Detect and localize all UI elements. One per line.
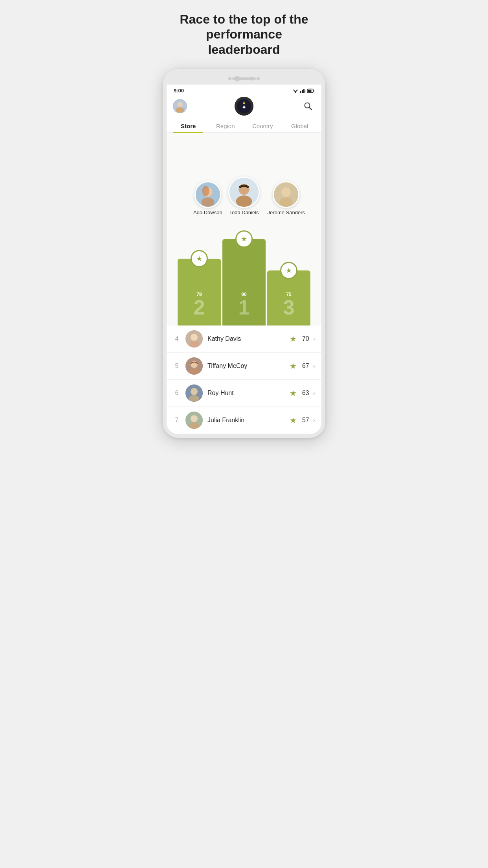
- name-roy: Roy Hunt: [207, 390, 285, 397]
- page-headline: Race to the top of the performance leade…: [163, 8, 325, 61]
- bar-rank1: ★ 90 1: [222, 239, 266, 326]
- star-icon-rank1: ★: [241, 235, 247, 243]
- svg-text:✦: ✦: [242, 104, 246, 110]
- svg-line-16: [309, 107, 312, 110]
- star-icon-rank2: ★: [196, 255, 202, 262]
- rank-num-3: 3: [283, 297, 295, 318]
- score-area-tiffany: ★ 67 ›: [290, 361, 315, 371]
- score-area-kathy: ★ 70 ›: [290, 334, 315, 344]
- chevron-julia: ›: [313, 417, 315, 424]
- avatar-roy: [185, 384, 203, 402]
- svg-point-1: [295, 92, 296, 93]
- wifi-icon: [292, 88, 299, 93]
- hw-dot-1: [228, 77, 231, 80]
- list-item-4[interactable]: 4 Kathy Davis ★ 70 ›: [167, 326, 321, 353]
- svg-point-26: [280, 197, 293, 207]
- app-header: ✦: [167, 95, 321, 119]
- name-tiffany: Tiffany McCoy: [207, 362, 285, 370]
- leaderboard-list: 4 Kathy Davis ★ 70 ›: [167, 326, 321, 434]
- list-item-5[interactable]: 5 Tiffany McCoy ★ 67 ›: [167, 353, 321, 380]
- avatar-julia: [185, 412, 203, 429]
- svg-rect-8: [314, 90, 315, 92]
- chevron-roy: ›: [313, 390, 315, 397]
- search-button[interactable]: [301, 99, 315, 113]
- phone-screen: 9:00: [167, 85, 321, 434]
- podium-bars: ★ 79 2 ★ 90 1: [167, 215, 321, 326]
- bar-rank2: ★ 79 2: [177, 259, 222, 326]
- status-bar: 9:00: [167, 85, 321, 95]
- star-tiffany: ★: [290, 361, 297, 371]
- star-icon-rank3: ★: [286, 267, 292, 274]
- rank-4: 4: [173, 335, 181, 342]
- avatar-tiffany: [185, 357, 203, 375]
- star-kathy: ★: [290, 334, 297, 344]
- clock: 9:00: [174, 88, 184, 94]
- star-julia: ★: [290, 416, 297, 425]
- svg-rect-5: [305, 90, 306, 93]
- svg-point-28: [191, 334, 198, 341]
- chevron-tiffany: ›: [313, 362, 315, 370]
- tabs-bar: Store Region Country Global: [167, 119, 321, 133]
- score-tiffany: 67: [299, 362, 309, 370]
- rank-num-2: 2: [194, 297, 205, 318]
- svg-rect-3: [302, 90, 303, 93]
- app-logo: ✦: [235, 97, 253, 116]
- star-roy: ★: [290, 388, 297, 398]
- svg-point-23: [236, 195, 252, 207]
- avatar-ada: [194, 181, 221, 208]
- battery-icon: [307, 88, 314, 93]
- name-jerome: Jerome Sanders: [268, 210, 305, 215]
- svg-point-25: [281, 188, 291, 197]
- podium-section: Ada Dawson To: [167, 133, 321, 326]
- score-julia: 57: [299, 417, 309, 424]
- svg-point-20: [202, 186, 209, 196]
- score-badge-rank1: ★: [235, 230, 253, 248]
- svg-rect-2: [300, 91, 301, 93]
- score-badge-rank2: ★: [191, 250, 208, 267]
- svg-point-11: [176, 107, 184, 113]
- phone-frame: 9:00: [163, 69, 325, 438]
- list-item-6[interactable]: 6 Roy Hunt ★ 63 ›: [167, 380, 321, 407]
- score-kathy: 70: [299, 335, 309, 342]
- tab-region[interactable]: Region: [207, 119, 244, 132]
- avatar-todd: [228, 177, 260, 208]
- svg-point-34: [191, 388, 198, 395]
- name-kathy: Kathy Davis: [207, 335, 285, 342]
- svg-point-19: [201, 197, 214, 207]
- phone-hardware: [167, 73, 321, 85]
- avatar-jerome: [273, 181, 299, 208]
- score-area-roy: ★ 63 ›: [290, 388, 315, 398]
- rank-num-1: 1: [238, 297, 250, 318]
- signal-icon: [300, 88, 306, 93]
- tab-country[interactable]: Country: [244, 119, 281, 132]
- podium-player-rank2: Ada Dawson: [193, 181, 222, 215]
- status-icons: [292, 88, 314, 93]
- name-ada: Ada Dawson: [193, 210, 222, 215]
- hw-dot-4: [257, 77, 260, 80]
- score-area-julia: ★ 57 ›: [290, 416, 315, 425]
- tab-global[interactable]: Global: [281, 119, 319, 132]
- bar-rank3: ★ 75 3: [266, 270, 311, 326]
- name-julia: Julia Franklin: [207, 417, 285, 424]
- search-icon: [304, 102, 312, 110]
- svg-point-10: [177, 102, 183, 107]
- rank-7: 7: [173, 417, 181, 424]
- hw-speaker: [232, 77, 256, 80]
- name-todd: Todd Daniels: [229, 210, 259, 215]
- chevron-kathy: ›: [313, 335, 315, 342]
- score-badge-rank3: ★: [280, 262, 297, 279]
- tab-store[interactable]: Store: [170, 119, 207, 132]
- svg-rect-4: [303, 89, 305, 93]
- user-avatar[interactable]: [173, 99, 187, 113]
- podium-player-rank3: Jerome Sanders: [268, 181, 305, 215]
- svg-marker-0: [293, 89, 298, 92]
- svg-point-37: [191, 415, 198, 422]
- svg-rect-7: [308, 90, 312, 92]
- score-roy: 63: [299, 390, 309, 397]
- list-item-7[interactable]: 7 Julia Franklin ★ 57 ›: [167, 407, 321, 434]
- rank-6: 6: [173, 390, 181, 397]
- avatar-kathy: [185, 330, 203, 348]
- rank-5: 5: [173, 362, 181, 370]
- podium-player-rank1: Todd Daniels: [228, 177, 260, 215]
